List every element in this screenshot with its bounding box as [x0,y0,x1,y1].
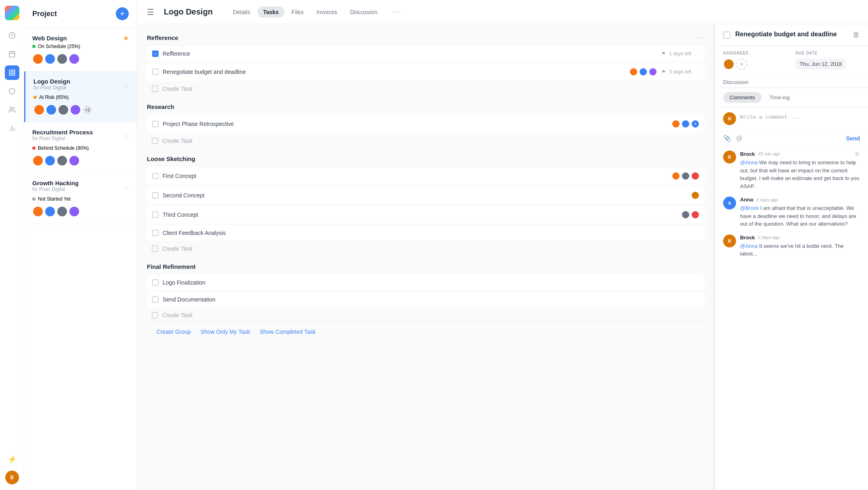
status-dot [32,45,36,48]
section-final-refinement: Final Refinement [147,263,705,270]
more-icon[interactable]: ··· [694,69,700,75]
task-row[interactable]: Third Concept [147,206,705,224]
task-checkbox[interactable] [152,173,159,179]
task-checkbox[interactable] [152,211,159,218]
avatar [69,206,80,217]
section-title: Research [147,103,174,110]
task-checkbox[interactable] [152,279,159,286]
status-text: Behind Schedule (90%) [38,145,89,151]
people-icon[interactable] [5,103,19,117]
add-task-row[interactable]: Create Task [147,82,705,95]
project-subtitle: for Pixer Digital [33,85,70,90]
star-outline-icon[interactable]: ☆ [123,132,129,140]
nav-tabs: Details Tasks Files Invoices Discussion [227,6,383,18]
due-date-button[interactable]: Thu, Jun 12, 2018 [796,59,846,69]
due-date-field: DUE DATE Thu, Jun 12, 2018 [796,51,860,70]
more-options-button[interactable]: ··· [393,8,401,16]
avatar-count: +2 [82,104,93,115]
task-row[interactable]: Send Documentation [147,292,705,307]
tab-timelog[interactable]: Time-log [763,92,796,103]
project-name: Web Design [32,35,67,42]
tab-tasks[interactable]: Tasks [257,6,284,18]
avatar [69,155,80,166]
sidebar: Project + Web Design ★ On Schedule (25%)… [24,0,137,490]
tab-files[interactable]: Files [286,6,310,18]
add-task-row[interactable]: Create Task [147,309,705,322]
create-group-button[interactable]: Create Group [157,329,191,335]
comment-time: 2 days ago [757,197,778,202]
mention-icon[interactable]: @ [736,135,743,142]
task-checkbox[interactable] [152,296,159,303]
tab-discussion[interactable]: Discussion [345,6,383,18]
add-assignee-button[interactable]: + [736,59,747,70]
avatar [44,155,56,166]
tasks-icon[interactable] [5,65,19,80]
hamburger-icon[interactable]: ☰ [147,7,154,17]
task-row[interactable]: Client Feedback Analysis [147,225,705,241]
comment-actions: 📎 @ Send [715,131,868,146]
task-name: Second Concept [163,192,687,199]
comment-meta: Brock 2 days ago [740,235,860,241]
tab-invoices[interactable]: Invoices [311,6,343,18]
dashboard-icon[interactable] [5,28,19,43]
task-name: Logo Finalization [163,279,700,286]
show-my-task-button[interactable]: Show Only My Task [201,329,250,335]
chart-icon[interactable] [5,121,19,136]
comment-time: 2 days ago [758,235,780,240]
clock-icon[interactable] [5,47,19,61]
task-row[interactable]: First Concept [147,167,705,185]
task-row[interactable]: Logo Finalization [147,275,705,290]
project-item-logo-design[interactable]: Logo Design for Pixer Digital ☆ At Risk … [24,71,137,122]
add-task-row[interactable]: Create Task [147,242,705,255]
add-project-button[interactable]: + [116,7,129,20]
sidebar-header: Project + [24,0,137,28]
add-task-text: Create Task [162,312,192,318]
task-checkbox[interactable] [152,230,159,236]
user-avatar[interactable]: B [5,471,19,484]
svg-rect-8 [13,73,15,75]
section-refference: Refference ··· [147,34,705,41]
task-row[interactable]: Refference ⚑ 1 days left ··· [147,46,705,61]
send-button[interactable]: Send [846,135,860,142]
attachment-icon[interactable]: 📎 [723,134,731,142]
project-item-recruitment[interactable]: Recruitment Process for Pixer Digital ☆ … [24,122,137,173]
star-outline-icon[interactable]: ☆ [123,183,129,191]
flag-icon: ⚑ [661,51,666,57]
project-name: Growth Hacking [32,180,79,186]
panel-task-checkbox[interactable] [723,31,730,39]
star-icon[interactable]: ★ [123,34,129,42]
delete-task-icon[interactable]: 🗑 [853,31,860,39]
comment-input[interactable] [740,112,860,126]
show-completed-button[interactable]: Show Completed Task [260,329,316,335]
task-assignees [671,172,700,180]
task-assignees [681,210,700,219]
add-task-row[interactable]: Create Task [147,134,705,147]
task-checkbox [152,312,158,318]
task-checkbox[interactable] [152,192,159,199]
status-dot [33,96,37,99]
delete-comment-icon[interactable]: 🗑 [854,151,860,157]
project-item-web-design[interactable]: Web Design ★ On Schedule (25%) [24,28,137,71]
mention: @Anna [740,159,758,165]
task-row[interactable]: ⋮⋮ Project Phase Retrospective + [147,115,705,133]
comment-text: @Anna We may need to bring in someone to… [740,159,860,190]
comment-input-area: B [715,107,868,131]
section-title: Final Refinement [147,263,196,270]
packages-icon[interactable] [5,84,19,98]
comment-author: Brock [740,151,755,157]
tab-comments[interactable]: Comments [723,92,761,103]
svg-rect-1 [9,52,15,57]
star-outline-icon[interactable]: ☆ [123,82,129,89]
add-assignee-icon[interactable]: + [691,119,700,128]
comment-text: @Brock I am afraid that that is unaccept… [740,204,860,228]
project-item-growth-hacking[interactable]: Growth Hacking for Pixer Digital ☆ Not S… [24,173,137,224]
task-row[interactable]: ⋮⋮ Renegotiate budget and deadline ⚑ 3 d… [147,63,705,81]
avatar [46,104,57,115]
task-row[interactable]: Second Concept [147,186,705,204]
tab-details[interactable]: Details [227,6,256,18]
more-icon[interactable]: ··· [694,51,700,57]
flag-icon: ⚑ [661,69,666,75]
section-more-icon[interactable]: ··· [697,34,705,41]
bolt-icon[interactable]: ⚡ [5,452,19,467]
task-checkbox[interactable] [152,50,159,57]
